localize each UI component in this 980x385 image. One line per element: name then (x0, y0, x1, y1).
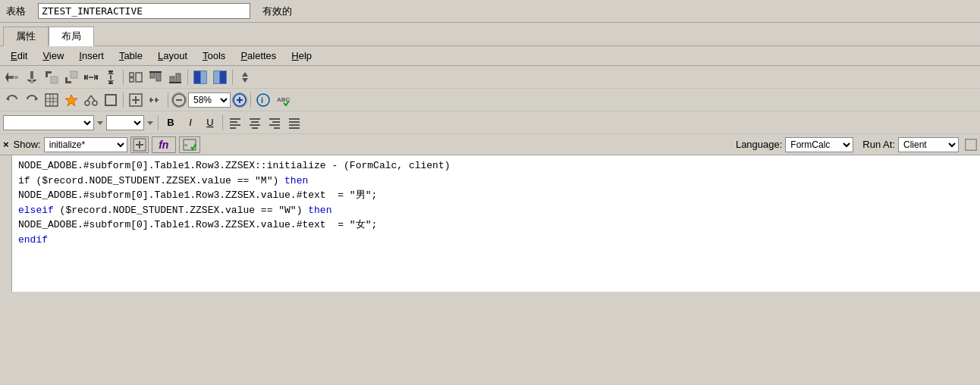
table-name-input[interactable] (38, 3, 250, 19)
add-script-button[interactable] (130, 136, 149, 153)
svg-line-51 (91, 95, 95, 101)
align-center-button[interactable] (246, 114, 264, 131)
svg-rect-91 (966, 139, 976, 150)
show-label: Show: (14, 139, 41, 150)
tree-right-button[interactable] (211, 68, 229, 86)
svg-point-48 (85, 101, 90, 105)
sep-t2-2 (168, 92, 168, 108)
sep-1 (123, 70, 124, 85)
font-dropdown-icon (96, 116, 105, 130)
script-close-button[interactable] (965, 139, 977, 151)
menu-view[interactable]: View (35, 48, 71, 64)
star-button[interactable] (62, 91, 80, 109)
svg-marker-40 (6, 96, 9, 101)
svg-rect-7 (46, 71, 48, 77)
zoom-select[interactable]: 58% 25% 50% 75% 100% (188, 92, 231, 108)
svg-rect-8 (51, 77, 58, 83)
size-dropdown-icon (146, 116, 155, 130)
scissors-button[interactable] (82, 91, 100, 109)
table-label: 表格 (6, 5, 26, 18)
info-button[interactable]: i (254, 91, 272, 109)
runat-select[interactable]: Client Server Both (898, 137, 959, 152)
svg-line-50 (87, 95, 91, 101)
tab-layout[interactable]: 布局 (49, 27, 94, 46)
font-family-select[interactable] (3, 115, 94, 130)
toolbar-row-3: B I U (0, 111, 980, 134)
svg-marker-39 (242, 78, 248, 83)
menu-palettes[interactable]: Palettes (233, 48, 284, 64)
menu-insert[interactable]: Insert (71, 48, 112, 64)
menu-help[interactable]: Help (284, 48, 319, 64)
svg-rect-23 (136, 73, 142, 82)
svg-marker-1 (5, 72, 8, 83)
corner-bl-button[interactable] (62, 68, 80, 86)
arrows-updown-button[interactable] (236, 68, 254, 86)
tabs-row: 属性 布局 (0, 23, 980, 45)
menu-bar: Edit View Insert Table Layout Tools Pale… (0, 46, 980, 66)
zoom-out-button[interactable] (171, 92, 187, 108)
redo-button[interactable] (23, 91, 41, 109)
menu-table[interactable]: Table (112, 48, 150, 64)
toolbar-row-2: 58% 25% 50% 75% 100% i ABC (0, 89, 980, 111)
menu-edit[interactable]: Edit (3, 48, 35, 64)
expand-v-button[interactable] (102, 68, 120, 86)
tab-properties[interactable]: 属性 (3, 27, 49, 46)
show-select[interactable]: initialize* (44, 137, 127, 152)
fn-button[interactable]: fn (152, 136, 176, 153)
align-top-button[interactable] (146, 68, 165, 86)
svg-rect-30 (176, 74, 181, 83)
svg-rect-14 (89, 77, 93, 78)
expand-h-button[interactable] (82, 68, 100, 86)
undo-button[interactable] (3, 91, 21, 109)
align-right-button[interactable] (265, 114, 284, 131)
code-line-2: if ($record.NODE_STUDENT.ZZSEX.value == … (18, 174, 451, 189)
svg-marker-38 (242, 72, 248, 77)
spell-check-button[interactable]: ABC (274, 91, 292, 109)
svg-marker-68 (97, 121, 103, 125)
menu-tools[interactable]: Tools (195, 48, 233, 64)
corner-tl-button[interactable] (42, 68, 61, 86)
italic-button[interactable]: I (181, 114, 199, 131)
grid-button[interactable] (42, 91, 61, 109)
editor-wrapper: NODE_ADOBE.#subform[0].Table1.Row3.ZZSEX… (0, 155, 980, 292)
svg-rect-26 (150, 72, 155, 78)
move-down-button[interactable] (23, 68, 41, 86)
insert-col-before-button[interactable] (127, 68, 145, 86)
toolbar-row-1 (0, 66, 980, 89)
code-line-3: NODE_ADOBE.#subform[0].Table1.Row3.ZZSEX… (18, 188, 451, 203)
svg-text:i: i (261, 95, 263, 105)
svg-text:≡: ≡ (184, 142, 187, 148)
svg-rect-11 (71, 71, 77, 78)
plus-box-button[interactable] (127, 91, 145, 109)
svg-rect-21 (108, 83, 113, 84)
underline-button[interactable]: U (201, 114, 219, 131)
svg-rect-15 (84, 75, 86, 80)
sep-t3-1 (158, 115, 159, 130)
tree-left-button[interactable] (191, 68, 209, 86)
plus-plus-button[interactable] (146, 91, 165, 109)
language-select[interactable]: FormCalc JavaScript (785, 137, 853, 152)
align-left-button[interactable] (226, 114, 244, 131)
code-editor[interactable]: NODE_ADOBE.#subform[0].Table1.Row3.ZZSEX… (12, 155, 457, 292)
align-justify-button[interactable] (285, 114, 303, 131)
svg-rect-36 (214, 71, 219, 83)
square-button[interactable] (102, 91, 120, 109)
move-left-button[interactable] (3, 68, 21, 86)
bold-button[interactable]: B (162, 114, 180, 131)
svg-rect-20 (108, 70, 113, 72)
code-line-5: NODE_ADOBE.#subform[0].Table1.Row3.ZZSEX… (18, 218, 451, 233)
code-line-6: endif (18, 233, 451, 248)
svg-marker-69 (147, 121, 153, 125)
svg-rect-3 (30, 71, 33, 79)
code-line-4: elseif ($record.NODE_STUDENT.ZZSEX.value… (18, 203, 451, 218)
sep-3 (232, 70, 233, 85)
align-bottom-button[interactable] (166, 68, 184, 86)
menu-layout[interactable]: Layout (150, 48, 195, 64)
script-check-button[interactable]: ≡ (179, 136, 200, 153)
svg-rect-16 (96, 75, 98, 80)
zoom-control: 58% 25% 50% 75% 100% (188, 92, 231, 108)
svg-rect-34 (201, 71, 206, 83)
font-size-select[interactable] (106, 115, 144, 130)
zoom-in-button[interactable] (232, 92, 247, 108)
sep-2 (187, 70, 188, 85)
